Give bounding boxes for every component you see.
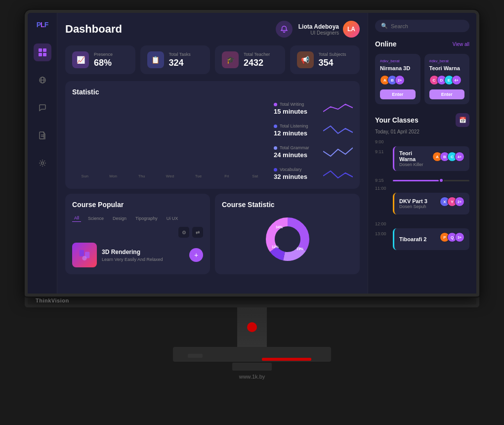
tab-all[interactable]: All xyxy=(72,214,81,222)
sidebar-item-globe[interactable] xyxy=(34,71,51,89)
course-desc: Learn Very Easily And Relaxed xyxy=(102,257,163,262)
search-bar[interactable]: 🔍 xyxy=(375,20,469,32)
time-row-dkv: DKV Part 3 Dosen Sepuh X Y 2+ xyxy=(375,193,469,218)
right-panel: 🔍 Online View all #dkv_berat Nirmana 3D … xyxy=(368,13,476,294)
stat-value-teacher: 2432 xyxy=(244,58,270,68)
filter-sort-button[interactable]: ⇄ xyxy=(192,227,203,238)
legend-item-listening: Total Listening 12 minutes xyxy=(274,124,353,138)
online-title: Online xyxy=(375,40,397,48)
classes-section-header: Your Classes 📅 xyxy=(375,113,469,127)
class-item-info-2: DKV Part 3 Dosen Sepuh xyxy=(399,198,436,209)
class-teacher-2: Dosen Sepuh xyxy=(399,204,436,209)
timeline: 9:00 9:11 Teori Warna Dosen Killer A xyxy=(375,139,469,254)
stat-icon-presence: 📈 xyxy=(72,51,89,68)
time-row-900: 9:00 xyxy=(375,139,469,144)
sidebar-item-settings[interactable] xyxy=(34,154,51,172)
bar-day-label: Tue xyxy=(186,174,211,178)
tab-design[interactable]: Design xyxy=(111,215,128,222)
view-all-button[interactable]: View all xyxy=(453,42,469,47)
monitor-base-foot xyxy=(232,363,272,371)
time-1200: 12:00 xyxy=(375,221,389,226)
sidebar-item-chat[interactable] xyxy=(34,99,51,117)
legend-item-vocabulary: Vocabulary 32 minutes xyxy=(274,167,353,182)
svg-rect-7 xyxy=(40,132,44,139)
online-card-tag-1: #dkv_berat xyxy=(380,59,416,63)
legend-dot-writing xyxy=(274,103,277,106)
course-add-button[interactable]: + xyxy=(189,248,203,262)
online-section-header: Online View all xyxy=(375,40,469,48)
avatar-count-class-2: 2+ xyxy=(455,197,464,207)
bar-labels: SunMonThuWedTueFriSat xyxy=(72,174,268,178)
course-statistic-title: Course Statistic xyxy=(222,201,353,209)
course-name: 3D Rendering xyxy=(102,249,163,255)
tab-typography[interactable]: Tipography xyxy=(133,215,160,222)
enter-button-2[interactable]: Enter xyxy=(429,89,465,99)
stat-label-teacher: Total Teacher xyxy=(244,52,270,57)
legend-dot-listening xyxy=(274,125,277,128)
svg-rect-2 xyxy=(39,53,42,56)
stats-row: 📈 Presence 68% 📋 Total Tasks 324 xyxy=(65,45,360,74)
sidebar-item-file[interactable] xyxy=(34,127,51,144)
time-1100: 11:00 xyxy=(375,186,389,191)
avatar-count-class-3: 3+ xyxy=(455,232,464,242)
sidebar-item-dashboard[interactable] xyxy=(34,43,51,61)
statistic-card: Statistic SunMonThuWedTueFriSat xyxy=(65,81,360,189)
online-cards: #dkv_berat Nirmana 3D A B 2+ Enter #dkv_… xyxy=(375,54,469,104)
mini-chart-grammar xyxy=(323,145,353,160)
notification-button[interactable] xyxy=(276,21,293,38)
tab-science[interactable]: Science xyxy=(86,215,106,222)
avatar-row-2: C D E 4+ xyxy=(429,75,465,85)
user-info: Liota Adeboya UI Designers LA xyxy=(298,21,360,38)
class-name-2: DKV Part 3 xyxy=(399,198,436,204)
class-name-1: Teori Warna xyxy=(399,150,428,162)
class-teacher-1: Dosen Killer xyxy=(399,162,428,167)
class-item-dkv: DKV Part 3 Dosen Sepuh X Y 2+ xyxy=(393,193,469,214)
legend-item-writing: Total Writing 15 minutes xyxy=(274,102,353,117)
class-item-info-3: Tiboarafi 2 xyxy=(399,236,436,242)
tab-uiux[interactable]: Ui UX xyxy=(165,215,180,222)
mini-chart-writing xyxy=(323,102,353,117)
chart-legend: Total Writing 15 minutes xyxy=(274,102,353,182)
svg-rect-11 xyxy=(80,250,84,256)
monitor-frame: PLF xyxy=(0,0,504,425)
progress-bar-area xyxy=(393,180,469,181)
stat-value-subjects: 354 xyxy=(319,58,346,68)
enter-button-1[interactable]: Enter xyxy=(380,89,416,99)
calendar-button[interactable]: 📅 xyxy=(456,113,469,127)
bar-day-label: Fri xyxy=(214,174,239,178)
course-statistic-card: Course Statistic xyxy=(215,194,360,274)
class-avatars-2: X Y 2+ xyxy=(440,197,464,207)
legend-value-grammar: 24 minutes xyxy=(274,151,309,159)
stat-icon-tasks: 📋 xyxy=(147,51,164,68)
legend-label-listening: Total Listening xyxy=(280,124,308,128)
svg-rect-1 xyxy=(43,48,46,52)
svg-text:34%: 34% xyxy=(276,225,283,229)
legend-label-vocabulary: Vocabulary xyxy=(280,167,302,172)
time-911: 9:11 xyxy=(375,149,389,154)
screen: PLF xyxy=(28,13,476,294)
stat-value-presence: 68% xyxy=(94,58,113,68)
time-row-1300: 13:00 Tiboarafi 2 P Q 3+ xyxy=(375,228,469,254)
legend-item-grammar: Total Grammar 24 minutes xyxy=(274,145,353,160)
class-avatars-1: A B C 4+ xyxy=(432,152,464,162)
thinkvision-logo: ThinkVision xyxy=(36,298,69,303)
progress-dot xyxy=(439,178,444,183)
legend-dot-vocabulary xyxy=(274,168,277,171)
avatar-count-1: 2+ xyxy=(395,75,405,85)
online-card-title-2: Teori Warna xyxy=(429,65,465,71)
stat-card-teacher: 🎓 Total Teacher 2432 xyxy=(215,45,285,74)
main-content: Dashboard Liota Adeboya UI Designers xyxy=(57,13,368,294)
search-input[interactable] xyxy=(391,23,463,29)
stat-icon-teacher: 🎓 xyxy=(222,51,239,68)
filter-settings-button[interactable]: ⚙ xyxy=(178,227,189,238)
donut-chart-container: 34% 19% 12% xyxy=(222,214,353,264)
bar-day-label: Thu xyxy=(129,174,154,178)
bar-day-label: Sat xyxy=(243,174,268,178)
stat-card-subjects: 📢 Total Subjects 354 xyxy=(290,45,360,74)
svg-point-10 xyxy=(41,162,43,165)
user-name: Liota Adeboya xyxy=(298,23,339,30)
monitor-base xyxy=(173,347,331,362)
avatar-count-class-1: 4+ xyxy=(455,152,464,162)
filter-icons: ⚙ ⇄ xyxy=(178,227,203,238)
search-icon: 🔍 xyxy=(381,23,388,29)
